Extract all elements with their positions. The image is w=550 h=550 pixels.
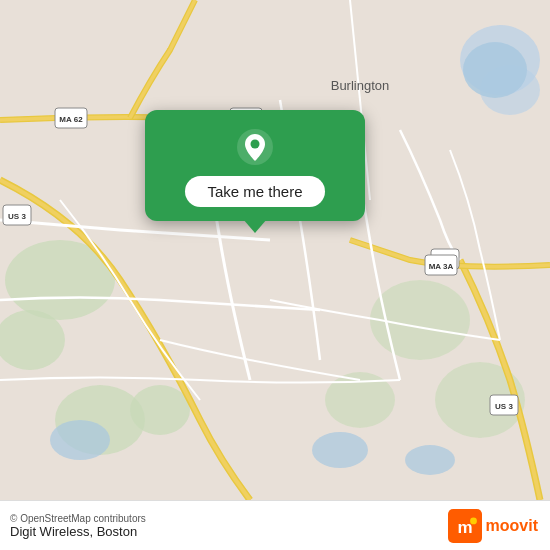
- svg-point-28: [251, 140, 260, 149]
- location-pin-icon: [236, 128, 274, 166]
- moovit-text: moovit: [486, 517, 538, 535]
- svg-text:MA 3A: MA 3A: [429, 262, 454, 271]
- take-me-there-button[interactable]: Take me there: [185, 176, 324, 207]
- bottom-bar: © OpenStreetMap contributors Digit Wirel…: [0, 500, 550, 550]
- svg-point-10: [463, 42, 527, 98]
- svg-point-11: [50, 420, 110, 460]
- location-popup[interactable]: Take me there: [145, 110, 365, 221]
- moovit-logo: m moovit: [448, 509, 538, 543]
- svg-point-12: [312, 432, 368, 468]
- svg-text:US 3: US 3: [495, 402, 513, 411]
- svg-point-31: [470, 517, 477, 524]
- osm-attribution: © OpenStreetMap contributors: [10, 513, 146, 524]
- svg-point-13: [405, 445, 455, 475]
- location-label: Digit Wireless, Boston: [10, 524, 146, 539]
- svg-point-4: [130, 385, 190, 435]
- bottom-left-info: © OpenStreetMap contributors Digit Wirel…: [10, 513, 146, 539]
- svg-text:US 3: US 3: [8, 212, 26, 221]
- map-view[interactable]: US 3 MA 62 MA 62 US 3 MA 3A US 3 Burling…: [0, 0, 550, 500]
- moovit-icon: m: [448, 509, 482, 543]
- svg-text:Burlington: Burlington: [331, 78, 390, 93]
- svg-text:MA 62: MA 62: [59, 115, 83, 124]
